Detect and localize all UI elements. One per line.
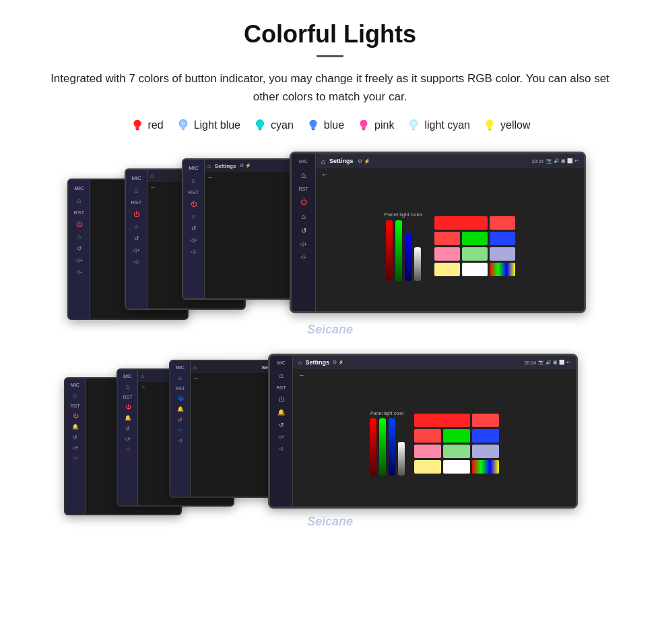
b-side-back-3: ↺	[178, 417, 183, 423]
svg-point-3	[179, 120, 187, 127]
yellow-bulb-icon	[482, 118, 497, 133]
cg-white	[462, 263, 488, 276]
bar-blue-main	[405, 234, 411, 281]
b-cg-red2	[414, 429, 441, 443]
b-main-settings: Settings	[305, 359, 329, 366]
color-item-lightblue: Light blue	[176, 118, 240, 133]
b-main-back: ←	[298, 371, 305, 379]
side-mic-1: MIC	[74, 185, 84, 191]
device-mockup-main: MIC ⌂ RST ⏻ ⌂ ↺ ◁+ ◁- ⌂ Settings ⚙	[290, 152, 586, 313]
b-side-home-1: ⌂	[73, 392, 77, 399]
b-side-back-1: ↺	[73, 434, 77, 441]
b-side-vol1-main: ◁+	[278, 434, 284, 440]
side-power-2: ⏻	[133, 211, 139, 218]
b-cg-lavender	[472, 445, 499, 458]
color-label-cyan: cyan	[271, 119, 294, 131]
device-mockup-3: MIC ⌂ RST ⏻ ⌂ ↺ ◁+ ◁- ⌂ Settings ⚙ ⚡	[182, 158, 303, 300]
color-list: red Light blue cyan	[27, 118, 633, 133]
main-topbar-home: ⌂	[321, 158, 325, 165]
side-power-3: ⏻	[191, 201, 197, 207]
svg-rect-8	[259, 129, 261, 131]
b-side-vol1-3: ◁+	[177, 428, 183, 433]
side-home2-1: ⌂	[77, 233, 81, 240]
side-vol1-main: ◁+	[300, 241, 307, 247]
b-side-bell-3: 🔔	[177, 406, 184, 412]
topbar-icons-3: ⚙ ⚡	[240, 163, 251, 168]
b-side-mic-main: MIC	[277, 360, 286, 365]
b-side-bell-1: 🔔	[72, 424, 79, 430]
side-back-main: ↺	[301, 227, 306, 234]
side-mic-3: MIC	[189, 165, 199, 171]
svg-rect-19	[488, 127, 492, 129]
b-panel-label: Panel light color	[370, 411, 404, 416]
color-label-pink: pink	[374, 119, 394, 131]
bar-red-main	[386, 220, 393, 281]
b-cg-pink	[414, 445, 441, 458]
b-side-rst-2: RST	[123, 395, 133, 399]
b-cg-lightgreen	[443, 445, 470, 458]
b-side-mic-3: MIC	[176, 365, 185, 370]
red-bulb-icon	[130, 118, 145, 133]
b-side-vol1-2: ◁+	[125, 437, 131, 442]
title-divider	[317, 55, 343, 57]
pink-bulb-icon	[356, 118, 371, 133]
side-home-2: ⌂	[134, 187, 138, 194]
bar-green-main	[395, 220, 402, 281]
back-btn-2: ←	[150, 184, 156, 191]
side-rst-3: RST	[189, 189, 199, 195]
svg-rect-7	[258, 127, 262, 129]
cg-red-sm	[490, 216, 515, 230]
b-bar-blue	[389, 418, 395, 476]
lightblue-bulb-icon	[176, 118, 191, 133]
side-mic-2: MIC	[131, 175, 141, 181]
color-item-yellow: yellow	[482, 118, 530, 133]
side-rst-main: RST	[299, 187, 308, 191]
svg-point-12	[360, 120, 368, 127]
b-side-bell-2: 🔔	[125, 415, 131, 421]
watermark-bottom: Seicane	[307, 515, 353, 529]
b-side-mic-1: MIC	[71, 383, 79, 387]
b-cg-red-sm	[472, 414, 499, 427]
main-status-icons: 📷 🔊 ▣ ⬜ ↩	[546, 158, 579, 164]
b-cg-blue	[472, 429, 499, 443]
side-home2-main: ⌂	[301, 212, 306, 220]
cg-lightgreen	[462, 247, 488, 261]
side-vol2-main: ◁-	[300, 254, 306, 260]
b-side-vol2-2: ◁-	[125, 447, 130, 452]
cg-yellow	[434, 263, 460, 276]
b-side-vol2-main: ◁-	[279, 446, 284, 451]
panel-light-label: Panel light color	[385, 212, 423, 218]
b-side-bell-main: 🔔	[277, 409, 285, 416]
b-cg-white	[443, 460, 470, 474]
color-item-red: red	[130, 118, 164, 133]
b-side-power-3: ⏻	[178, 395, 183, 401]
svg-point-15	[410, 120, 418, 127]
page-title: Colorful Lights	[27, 20, 633, 49]
svg-rect-1	[135, 127, 139, 129]
cg-rainbow	[490, 263, 515, 276]
b-side-rst-3: RST	[176, 386, 185, 391]
b-cg-green	[443, 429, 470, 443]
side-back-3: ↺	[191, 225, 197, 232]
b-side-home-main: ⌂	[279, 371, 284, 379]
b-cg-yellow	[414, 460, 441, 474]
b-main-home: ⌂	[298, 359, 302, 366]
bottom-devices-section: MIC ⌂ RST ⏻ 🔔 ↺ ◁+ ◁- MIC ⌂ RST ⏻	[27, 354, 633, 532]
b-bar-green	[379, 418, 386, 476]
side-home-main: ⌂	[301, 170, 306, 180]
svg-rect-16	[412, 127, 416, 129]
back-btn-3: ←	[207, 174, 213, 181]
side-vol1-1: ◁+	[75, 257, 83, 263]
b-main-gear: ⚙ ⚡	[333, 360, 344, 365]
side-back-2: ↺	[134, 235, 139, 242]
svg-rect-17	[413, 129, 416, 131]
color-item-lightcyan: light cyan	[406, 118, 470, 133]
b-bar-red	[370, 418, 376, 476]
cg-blue	[490, 232, 515, 245]
b-side-power-2: ⏻	[125, 404, 131, 410]
bar-white-main	[414, 247, 421, 281]
b-side-vol2-1: ◁-	[73, 455, 77, 461]
svg-rect-13	[362, 127, 366, 129]
color-item-cyan: cyan	[253, 118, 294, 133]
side-power-main: ⏻	[300, 198, 307, 205]
